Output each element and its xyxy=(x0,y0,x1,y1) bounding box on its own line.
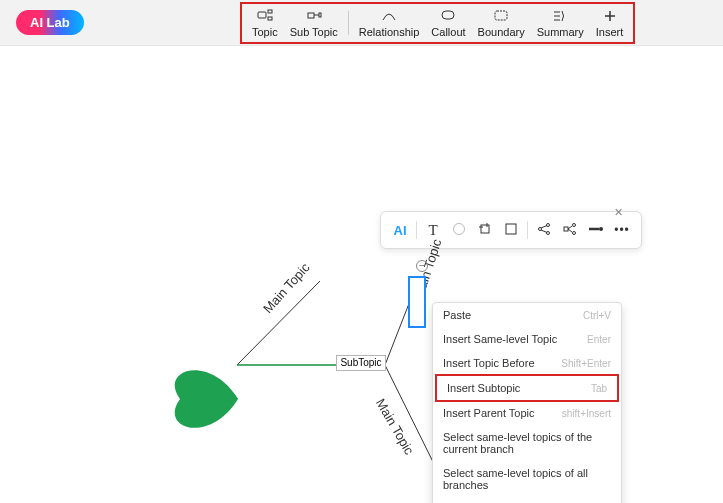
ctx-display-level[interactable]: Display Level ▸ xyxy=(433,497,621,503)
toolbar-summary[interactable]: Summary xyxy=(531,6,590,40)
ctx-label: Select same-level topics of all branches xyxy=(443,467,611,491)
ctx-shortcut: Shift+Enter xyxy=(561,358,611,369)
ctx-label: Insert Same-level Topic xyxy=(443,333,557,345)
topic-icon xyxy=(257,8,273,24)
relationship-icon xyxy=(381,8,397,24)
ctx-label: Paste xyxy=(443,309,471,321)
ctx-insert-parent[interactable]: Insert Parent Topic shift+Insert xyxy=(433,401,621,425)
svg-rect-1 xyxy=(268,10,272,13)
toolbar-insert[interactable]: Insert xyxy=(590,6,630,40)
ctx-shortcut: Ctrl+V xyxy=(583,310,611,321)
ctx-label: Insert Subtopic xyxy=(447,382,520,394)
callout-icon xyxy=(440,8,456,24)
toolbar-boundary[interactable]: Boundary xyxy=(472,6,531,40)
context-menu: Paste Ctrl+V Insert Same-level Topic Ent… xyxy=(432,302,622,503)
ctx-label: Select same-level topics of the current … xyxy=(443,431,611,455)
svg-rect-3 xyxy=(308,13,314,18)
selected-topic[interactable]: − xyxy=(408,276,426,328)
ctx-select-all-branches[interactable]: Select same-level topics of all branches xyxy=(433,461,621,497)
app-header: AI Lab Topic Sub Topic Relationship Call xyxy=(0,0,723,46)
ctx-insert-before[interactable]: Insert Topic Before Shift+Enter xyxy=(433,351,621,375)
toolbar-label: Topic xyxy=(252,26,278,38)
toolbar-label: Boundary xyxy=(478,26,525,38)
main-toolbar: Topic Sub Topic Relationship Callout Bo xyxy=(240,2,635,44)
toolbar-label: Callout xyxy=(431,26,465,38)
toolbar-relationship[interactable]: Relationship xyxy=(353,6,426,40)
boundary-icon xyxy=(493,8,509,24)
svg-rect-5 xyxy=(319,13,321,17)
plus-icon xyxy=(602,8,618,24)
svg-rect-6 xyxy=(442,11,454,19)
ctx-select-current-branch[interactable]: Select same-level topics of the current … xyxy=(433,425,621,461)
ctx-insert-same-level[interactable]: Insert Same-level Topic Enter xyxy=(433,327,621,351)
toolbar-label: Insert xyxy=(596,26,624,38)
ctx-label: Insert Topic Before xyxy=(443,357,535,369)
toolbar-subtopic[interactable]: Sub Topic xyxy=(284,6,344,40)
ctx-label: Insert Parent Topic xyxy=(443,407,535,419)
root-leaf-shape xyxy=(150,361,250,444)
ctx-paste[interactable]: Paste Ctrl+V xyxy=(433,303,621,327)
ctx-shortcut: Enter xyxy=(587,334,611,345)
ai-lab-badge[interactable]: AI Lab xyxy=(16,10,84,35)
svg-rect-7 xyxy=(495,11,507,20)
subtopic-box[interactable]: SubTopic xyxy=(336,355,386,371)
ctx-shortcut: Tab xyxy=(591,383,607,394)
toolbar-divider xyxy=(348,11,349,35)
svg-rect-2 xyxy=(268,17,272,20)
toolbar-topic[interactable]: Topic xyxy=(246,6,284,40)
toolbar-callout[interactable]: Callout xyxy=(425,6,471,40)
canvas[interactable]: AI T ••• ✕ Main Topic Main Topic Main To… xyxy=(0,46,723,503)
ctx-insert-subtopic[interactable]: Insert Subtopic Tab xyxy=(435,374,619,402)
svg-rect-0 xyxy=(258,12,266,18)
toolbar-label: Sub Topic xyxy=(290,26,338,38)
summary-icon xyxy=(552,8,568,24)
ctx-shortcut: shift+Insert xyxy=(562,408,611,419)
collapse-toggle[interactable]: − xyxy=(416,260,428,272)
toolbar-label: Relationship xyxy=(359,26,420,38)
toolbar-label: Summary xyxy=(537,26,584,38)
subtopic-icon xyxy=(306,8,322,24)
